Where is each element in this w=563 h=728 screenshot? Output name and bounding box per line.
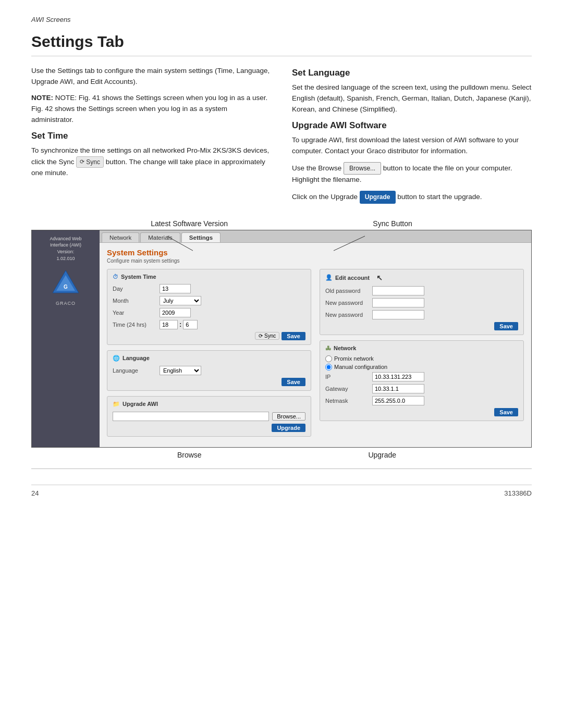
panel-right: 👤 Edit account ↖ Old password New passwo…	[320, 269, 524, 442]
year-label: Year	[113, 310, 160, 316]
page-title: Settings Tab	[31, 33, 532, 56]
tab-bar: Network Materials Settings	[100, 230, 531, 243]
browse-button[interactable]: Browse...	[272, 412, 305, 421]
time-inputs: :	[160, 320, 198, 329]
network-block: 🖧 Network Promix network Manual configur…	[320, 340, 524, 421]
page-footer: 24 313386D	[31, 485, 532, 497]
doc-number: 313386D	[504, 489, 532, 497]
new-password-input[interactable]	[372, 298, 424, 307]
netmask-row: Netmask	[325, 396, 518, 405]
upgrade-file-row: Browse...	[113, 412, 305, 421]
figure-caption	[31, 464, 532, 469]
time-label: Time (24 hrs)	[113, 322, 160, 328]
confirm-password-row: New password	[325, 310, 518, 319]
language-icon: 🌐	[113, 355, 120, 362]
upgrade-awi-para2: Use the Browse Browse... button to locat…	[292, 162, 532, 186]
language-select[interactable]: English Spanish French German Italian Du…	[160, 366, 201, 375]
network-save-button[interactable]: Save	[494, 408, 518, 416]
upgrade-button[interactable]: Upgrade	[272, 424, 305, 432]
upgrade-awi-title: 📁 Upgrade AWI	[113, 401, 305, 408]
language-actions: Save	[113, 378, 305, 386]
time-separator: :	[179, 320, 181, 328]
time-save-button[interactable]: Save	[282, 332, 305, 340]
old-password-input[interactable]	[372, 286, 424, 295]
browse-button-inline: Browse...	[344, 162, 381, 175]
network-actions: Save	[325, 408, 518, 416]
sidebar: Advanced Web Interface (AWI) Version: 1.…	[32, 230, 100, 447]
tab-network[interactable]: Network	[102, 232, 139, 242]
new-password-label: New password	[325, 300, 372, 306]
promix-radio[interactable]	[325, 355, 332, 362]
content-subheading: Configure main system settings	[107, 258, 524, 264]
promix-label: Promix network	[334, 355, 374, 362]
day-label: Day	[113, 286, 160, 292]
account-save-button[interactable]: Save	[494, 322, 518, 330]
language-save-button[interactable]: Save	[282, 378, 305, 386]
manual-label: Manual configuration	[334, 364, 387, 370]
old-password-row: Old password	[325, 286, 518, 295]
ip-label: IP	[325, 374, 372, 380]
upgrade-actions: Upgrade	[113, 424, 305, 432]
sync-button[interactable]: ⟳ Sync	[255, 332, 279, 340]
screen-frame: Advanced Web Interface (AWI) Version: 1.…	[31, 230, 532, 448]
gateway-input[interactable]	[372, 384, 424, 393]
manual-radio[interactable]	[325, 364, 332, 371]
account-actions: Save	[325, 322, 518, 330]
callout-sync-button: Sync Button	[373, 219, 412, 228]
upgrade-file-input[interactable]	[113, 412, 269, 421]
month-label: Month	[113, 298, 160, 304]
sync-icon: ⟳	[259, 333, 263, 339]
netmask-input[interactable]	[372, 396, 424, 405]
note-text: NOTE: NOTE: Fig. 41 shows the Settings s…	[31, 93, 271, 126]
set-language-heading: Set Language	[292, 68, 532, 78]
network-title: 🖧 Network	[325, 345, 518, 351]
manual-radio-row: Manual configuration	[325, 364, 518, 371]
content-area: System Settings Configure main system se…	[100, 243, 531, 447]
upgrade-awi-para1: To upgrade AWI, first download the lates…	[292, 135, 532, 157]
callout-browse: Browse	[177, 451, 202, 459]
time-row: Time (24 hrs) :	[113, 320, 305, 329]
panel-left: ⏱ System Time Day Month July	[107, 269, 311, 442]
set-language-para: Set the desired language of the screen t…	[292, 82, 532, 115]
set-time-para: To synchronize the time settings on all …	[31, 145, 271, 179]
year-input[interactable]	[160, 308, 191, 317]
cursor-icon: ↖	[376, 274, 383, 282]
sync-button-inline: ⟳ Sync	[76, 156, 104, 168]
upgrade-awi-para3: Click on the Upgrade Upgrade button to s…	[292, 191, 532, 204]
language-label: Language	[113, 367, 160, 374]
clock-icon: ⏱	[113, 274, 118, 280]
hour-input[interactable]	[160, 320, 178, 329]
upgrade-icon: 📁	[113, 401, 120, 408]
main-area: Network Materials Settings System Settin…	[100, 230, 531, 447]
ip-input[interactable]	[372, 372, 424, 381]
breadcrumb: AWI Screens	[31, 16, 532, 23]
two-panel: ⏱ System Time Day Month July	[107, 269, 524, 442]
network-icon: 🖧	[325, 345, 331, 351]
confirm-password-input[interactable]	[372, 310, 424, 319]
upgrade-button-inline: Upgrade	[360, 191, 396, 204]
language-block: 🌐 Language Language English Spanish Fren…	[107, 350, 311, 391]
gateway-label: Gateway	[325, 386, 372, 392]
graco-logo: G	[50, 268, 81, 297]
edit-account-title: 👤 Edit account ↖	[325, 274, 518, 282]
callout-labels-top: Latest Software Version Sync Button	[31, 219, 532, 228]
set-time-heading: Set Time	[31, 131, 271, 141]
screenshot-container: Latest Software Version Sync Button Adva…	[31, 219, 532, 459]
language-row: Language English Spanish French German I…	[113, 366, 305, 375]
graco-label: GRACO	[56, 301, 76, 306]
callout-latest-version: Latest Software Version	[151, 219, 228, 228]
confirm-password-label: New password	[325, 312, 372, 318]
tab-settings[interactable]: Settings	[181, 232, 221, 242]
day-row: Day	[113, 284, 305, 293]
day-input[interactable]	[160, 284, 191, 293]
sync-icon-inline: ⟳	[80, 157, 84, 166]
tab-materials[interactable]: Materials	[140, 232, 180, 242]
account-icon: 👤	[325, 274, 333, 281]
system-time-block: ⏱ System Time Day Month July	[107, 269, 311, 345]
promix-radio-row: Promix network	[325, 355, 518, 362]
system-time-title: ⏱ System Time	[113, 274, 305, 280]
new-password-row: New password	[325, 298, 518, 307]
minute-input[interactable]	[183, 320, 198, 329]
intro-text: Use the Settings tab to configure the ma…	[31, 66, 271, 88]
month-select[interactable]: July	[160, 296, 201, 305]
